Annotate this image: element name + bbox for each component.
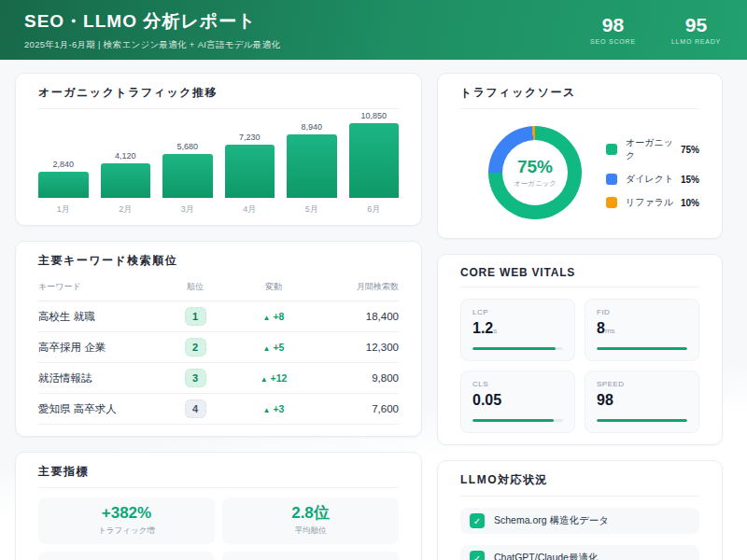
bar	[38, 172, 89, 198]
volume-cell: 12,300	[318, 342, 399, 353]
bar-category-label: 5月	[305, 203, 318, 214]
score-value: 98	[590, 15, 636, 35]
score-label: SEO SCORE	[590, 38, 636, 45]
page-title: SEO・LLMO 分析レポート	[24, 9, 280, 34]
dashboard-body: オーガニックトラフィック推移 2,840 1月 4,120 2月 5,680 3…	[0, 60, 747, 560]
bar-category-label: 3月	[181, 203, 194, 214]
vital-label: LCP	[472, 308, 563, 316]
vital-progress-track	[597, 419, 687, 422]
up-arrow-icon: ▲	[263, 344, 271, 353]
vital-unit: ms	[605, 327, 615, 335]
keyword-rank-card: 主要キーワード検索順位 キーワード 順位 変動 月間検索数 高校生 就職 1 ▲…	[15, 241, 422, 437]
report-header: SEO・LLMO 分析レポート 2025年1月-6月期 | 検索エンジン最適化 …	[0, 0, 747, 60]
donut-center-label: オーガニック	[514, 179, 557, 189]
rank-badge: 4	[185, 399, 206, 418]
legend-item: ダイレクト 15%	[606, 173, 699, 186]
metric-value: 2.8位	[222, 504, 399, 523]
card-divider	[460, 496, 699, 497]
vital-unit: s	[493, 327, 497, 335]
change-value: +12	[271, 372, 288, 384]
traffic-source-card: トラフィックソース 75% オーガニック オーガニック 75% ダイレクト 15…	[437, 73, 723, 239]
col-volume: 月間検索数	[318, 281, 399, 293]
vital-label: CLS	[472, 380, 563, 388]
legend-value: 15%	[681, 175, 699, 185]
col-rank: 順位	[162, 281, 229, 293]
metric-value: +382%	[38, 504, 215, 523]
vital-value: 0.05	[472, 392, 563, 411]
vital-progress-track	[472, 347, 563, 350]
keyword-rank-title: 主要キーワード検索順位	[38, 253, 399, 269]
change-value: +8	[273, 311, 284, 322]
rank-cell: 1	[162, 307, 229, 326]
metric-tile: 45,200 月間表示	[38, 552, 215, 560]
llmo-status-card: LLMO対応状況 ✓ Schema.org 構造化データ ✓ ChatGPT/C…	[437, 460, 723, 560]
legend-swatch	[606, 174, 617, 185]
header-score: 95 LLMO READY	[671, 15, 721, 45]
volume-cell: 7,600	[318, 403, 399, 414]
keyword-table-row: 就活情報誌 3 ▲+12 9,800	[38, 363, 399, 394]
rank-cell: 4	[162, 399, 229, 418]
traffic-source-title: トラフィックソース	[460, 85, 699, 101]
bar	[225, 145, 275, 198]
card-divider	[460, 287, 699, 287]
bar-value-label: 4,120	[115, 151, 136, 161]
organic-traffic-card: オーガニックトラフィック推移 2,840 1月 4,120 2月 5,680 3…	[15, 73, 422, 226]
keyword-cell: 高校生 就職	[38, 310, 162, 324]
llmo-status-title: LLMO対応状況	[460, 472, 699, 488]
bar-column: 4,120 2月	[101, 151, 151, 214]
volume-cell: 18,400	[318, 311, 399, 322]
card-divider	[38, 487, 399, 488]
check-item-label: Schema.org 構造化データ	[494, 514, 609, 527]
metric-grid: +382% トラフィック増 2.8位 平均順位 45,200 月間表示 8.2%…	[38, 497, 399, 560]
donut-chart: 75% オーガニック	[488, 126, 582, 219]
vital-tile: CLS 0.05	[460, 371, 575, 433]
vital-progress-track	[597, 347, 687, 350]
metric-label: トラフィック増	[38, 525, 215, 537]
keyword-cell: 就活情報誌	[38, 371, 162, 385]
core-web-vitals-card: CORE WEB VITALS LCP 1.2s FID 8ms CLS 0.0…	[437, 254, 723, 445]
organic-traffic-title: オーガニックトラフィック推移	[38, 85, 399, 101]
vital-progress-fill	[472, 419, 554, 422]
metric-tile: 8.2% CTR	[222, 552, 399, 560]
change-value: +5	[273, 342, 284, 353]
bar-column: 2,840 1月	[38, 160, 89, 214]
bar	[162, 154, 213, 198]
legend-value: 10%	[681, 198, 699, 208]
vital-progress-fill	[597, 419, 687, 422]
vital-tile: LCP 1.2s	[460, 299, 575, 361]
keyword-cell: 愛知県 高卒求人	[38, 402, 162, 416]
legend-item: リファラル 10%	[606, 196, 699, 209]
rank-badge: 1	[185, 307, 206, 326]
metric-label: 平均順位	[222, 525, 399, 537]
col-change: 変動	[229, 281, 318, 293]
vital-label: FID	[597, 308, 687, 316]
change-cell: ▲+3	[229, 403, 318, 414]
legend-item: オーガニック 75%	[606, 136, 699, 162]
left-column: オーガニックトラフィック推移 2,840 1月 4,120 2月 5,680 3…	[15, 73, 422, 560]
vitals-grid: LCP 1.2s FID 8ms CLS 0.05 SPEED 98	[460, 299, 699, 433]
bar-value-label: 10,850	[360, 111, 387, 120]
bar-value-label: 5,680	[176, 142, 198, 151]
change-cell: ▲+8	[229, 311, 318, 322]
vital-tile: FID 8ms	[585, 299, 699, 361]
card-divider	[38, 108, 399, 109]
bar-category-label: 6月	[367, 203, 380, 214]
header-score: 98 SEO SCORE	[590, 15, 636, 45]
keyword-table-row: 高卒採用 企業 2 ▲+5 12,300	[38, 332, 399, 363]
bar-category-label: 2月	[119, 203, 132, 214]
llmo-checklist: ✓ Schema.org 構造化データ ✓ ChatGPT/Claude最適化 …	[460, 508, 699, 560]
change-value: +3	[273, 403, 284, 414]
vital-value: 8ms	[597, 320, 687, 339]
metric-tile: +382% トラフィック増	[38, 497, 215, 544]
check-item-label: ChatGPT/Claude最適化	[494, 552, 598, 560]
bar	[101, 163, 151, 198]
traffic-bar-chart: 2,840 1月 4,120 2月 5,680 3月 7,230 4月 8,94…	[38, 111, 399, 214]
llmo-check-item: ✓ Schema.org 構造化データ	[460, 508, 699, 534]
key-metrics-title: 主要指標	[38, 464, 399, 480]
bar-value-label: 8,940	[301, 122, 322, 132]
vital-value: 1.2s	[472, 320, 563, 339]
rank-cell: 2	[162, 338, 229, 357]
bar-column: 5,680 3月	[162, 142, 213, 214]
page-subtitle: 2025年1月-6月期 | 検索エンジン最適化 + AI言語モデル最適化	[24, 39, 280, 51]
core-web-vitals-title: CORE WEB VITALS	[460, 266, 699, 279]
